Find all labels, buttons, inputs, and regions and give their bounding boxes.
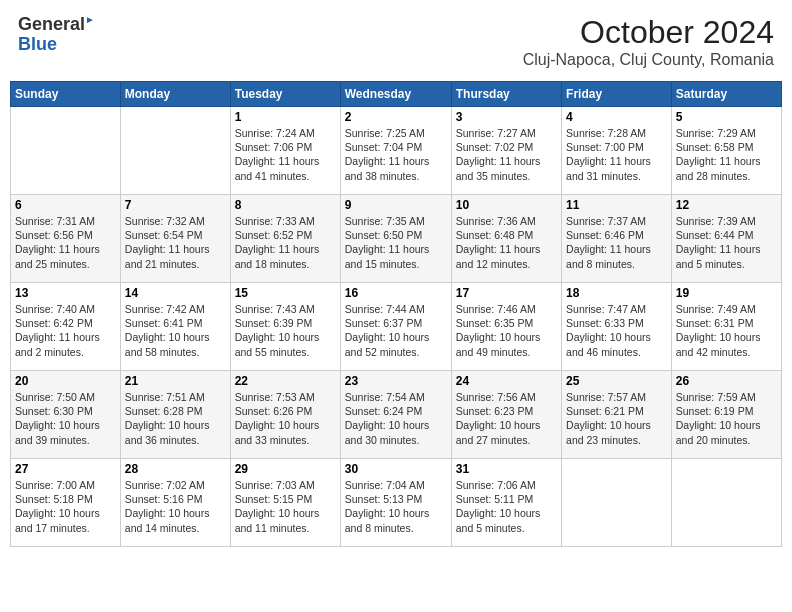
calendar-table: Sunday Monday Tuesday Wednesday Thursday… [10, 81, 782, 547]
calendar-cell: 1Sunrise: 7:24 AMSunset: 7:06 PMDaylight… [230, 107, 340, 195]
calendar-cell: 17Sunrise: 7:46 AMSunset: 6:35 PMDayligh… [451, 283, 561, 371]
calendar-cell: 9Sunrise: 7:35 AMSunset: 6:50 PMDaylight… [340, 195, 451, 283]
day-info: Sunrise: 7:47 AMSunset: 6:33 PMDaylight:… [566, 302, 667, 359]
header-tuesday: Tuesday [230, 82, 340, 107]
day-number: 3 [456, 110, 557, 124]
day-info: Sunrise: 7:59 AMSunset: 6:19 PMDaylight:… [676, 390, 777, 447]
day-number: 23 [345, 374, 447, 388]
calendar-cell: 27Sunrise: 7:00 AMSunset: 5:18 PMDayligh… [11, 459, 121, 547]
day-info: Sunrise: 7:00 AMSunset: 5:18 PMDaylight:… [15, 478, 116, 535]
calendar-cell: 2Sunrise: 7:25 AMSunset: 7:04 PMDaylight… [340, 107, 451, 195]
day-number: 27 [15, 462, 116, 476]
header-saturday: Saturday [671, 82, 781, 107]
day-number: 13 [15, 286, 116, 300]
calendar-cell [120, 107, 230, 195]
day-info: Sunrise: 7:25 AMSunset: 7:04 PMDaylight:… [345, 126, 447, 183]
day-number: 30 [345, 462, 447, 476]
day-info: Sunrise: 7:49 AMSunset: 6:31 PMDaylight:… [676, 302, 777, 359]
day-info: Sunrise: 7:36 AMSunset: 6:48 PMDaylight:… [456, 214, 557, 271]
calendar-cell: 5Sunrise: 7:29 AMSunset: 6:58 PMDaylight… [671, 107, 781, 195]
day-number: 24 [456, 374, 557, 388]
day-info: Sunrise: 7:33 AMSunset: 6:52 PMDaylight:… [235, 214, 336, 271]
calendar-week-5: 27Sunrise: 7:00 AMSunset: 5:18 PMDayligh… [11, 459, 782, 547]
day-number: 9 [345, 198, 447, 212]
day-number: 29 [235, 462, 336, 476]
calendar-cell: 20Sunrise: 7:50 AMSunset: 6:30 PMDayligh… [11, 371, 121, 459]
day-number: 16 [345, 286, 447, 300]
calendar-cell: 4Sunrise: 7:28 AMSunset: 7:00 PMDaylight… [562, 107, 672, 195]
day-info: Sunrise: 7:37 AMSunset: 6:46 PMDaylight:… [566, 214, 667, 271]
day-info: Sunrise: 7:39 AMSunset: 6:44 PMDaylight:… [676, 214, 777, 271]
day-number: 28 [125, 462, 226, 476]
calendar-cell: 8Sunrise: 7:33 AMSunset: 6:52 PMDaylight… [230, 195, 340, 283]
day-number: 6 [15, 198, 116, 212]
header-row: Sunday Monday Tuesday Wednesday Thursday… [11, 82, 782, 107]
day-info: Sunrise: 7:51 AMSunset: 6:28 PMDaylight:… [125, 390, 226, 447]
calendar-cell: 24Sunrise: 7:56 AMSunset: 6:23 PMDayligh… [451, 371, 561, 459]
day-info: Sunrise: 7:29 AMSunset: 6:58 PMDaylight:… [676, 126, 777, 183]
day-number: 8 [235, 198, 336, 212]
calendar-cell: 29Sunrise: 7:03 AMSunset: 5:15 PMDayligh… [230, 459, 340, 547]
day-number: 10 [456, 198, 557, 212]
day-info: Sunrise: 7:44 AMSunset: 6:37 PMDaylight:… [345, 302, 447, 359]
day-number: 5 [676, 110, 777, 124]
page-subtitle: Cluj-Napoca, Cluj County, Romania [523, 51, 774, 69]
day-info: Sunrise: 7:31 AMSunset: 6:56 PMDaylight:… [15, 214, 116, 271]
day-info: Sunrise: 7:06 AMSunset: 5:11 PMDaylight:… [456, 478, 557, 535]
day-number: 15 [235, 286, 336, 300]
day-info: Sunrise: 7:04 AMSunset: 5:13 PMDaylight:… [345, 478, 447, 535]
logo-general-text: General [18, 14, 85, 34]
calendar-week-4: 20Sunrise: 7:50 AMSunset: 6:30 PMDayligh… [11, 371, 782, 459]
day-number: 22 [235, 374, 336, 388]
day-number: 7 [125, 198, 226, 212]
title-area: October 2024 Cluj-Napoca, Cluj County, R… [523, 14, 774, 69]
calendar-cell [11, 107, 121, 195]
day-number: 18 [566, 286, 667, 300]
calendar-cell: 14Sunrise: 7:42 AMSunset: 6:41 PMDayligh… [120, 283, 230, 371]
day-info: Sunrise: 7:54 AMSunset: 6:24 PMDaylight:… [345, 390, 447, 447]
header-monday: Monday [120, 82, 230, 107]
calendar-cell: 21Sunrise: 7:51 AMSunset: 6:28 PMDayligh… [120, 371, 230, 459]
calendar-cell: 16Sunrise: 7:44 AMSunset: 6:37 PMDayligh… [340, 283, 451, 371]
day-number: 25 [566, 374, 667, 388]
page-header: General► Blue October 2024 Cluj-Napoca, … [10, 10, 782, 73]
calendar-cell: 10Sunrise: 7:36 AMSunset: 6:48 PMDayligh… [451, 195, 561, 283]
calendar-cell: 7Sunrise: 7:32 AMSunset: 6:54 PMDaylight… [120, 195, 230, 283]
calendar-week-2: 6Sunrise: 7:31 AMSunset: 6:56 PMDaylight… [11, 195, 782, 283]
day-number: 4 [566, 110, 667, 124]
day-info: Sunrise: 7:03 AMSunset: 5:15 PMDaylight:… [235, 478, 336, 535]
calendar-cell: 26Sunrise: 7:59 AMSunset: 6:19 PMDayligh… [671, 371, 781, 459]
day-info: Sunrise: 7:50 AMSunset: 6:30 PMDaylight:… [15, 390, 116, 447]
day-number: 19 [676, 286, 777, 300]
calendar-cell: 30Sunrise: 7:04 AMSunset: 5:13 PMDayligh… [340, 459, 451, 547]
day-info: Sunrise: 7:02 AMSunset: 5:16 PMDaylight:… [125, 478, 226, 535]
calendar-cell: 28Sunrise: 7:02 AMSunset: 5:16 PMDayligh… [120, 459, 230, 547]
day-number: 12 [676, 198, 777, 212]
calendar-week-3: 13Sunrise: 7:40 AMSunset: 6:42 PMDayligh… [11, 283, 782, 371]
header-friday: Friday [562, 82, 672, 107]
day-info: Sunrise: 7:32 AMSunset: 6:54 PMDaylight:… [125, 214, 226, 271]
day-info: Sunrise: 7:43 AMSunset: 6:39 PMDaylight:… [235, 302, 336, 359]
header-wednesday: Wednesday [340, 82, 451, 107]
day-number: 21 [125, 374, 226, 388]
day-info: Sunrise: 7:57 AMSunset: 6:21 PMDaylight:… [566, 390, 667, 447]
day-number: 2 [345, 110, 447, 124]
page-title: October 2024 [523, 14, 774, 51]
day-number: 20 [15, 374, 116, 388]
calendar-cell: 18Sunrise: 7:47 AMSunset: 6:33 PMDayligh… [562, 283, 672, 371]
calendar-cell [562, 459, 672, 547]
day-info: Sunrise: 7:56 AMSunset: 6:23 PMDaylight:… [456, 390, 557, 447]
calendar-cell: 25Sunrise: 7:57 AMSunset: 6:21 PMDayligh… [562, 371, 672, 459]
day-number: 14 [125, 286, 226, 300]
calendar-week-1: 1Sunrise: 7:24 AMSunset: 7:06 PMDaylight… [11, 107, 782, 195]
day-info: Sunrise: 7:28 AMSunset: 7:00 PMDaylight:… [566, 126, 667, 183]
day-info: Sunrise: 7:35 AMSunset: 6:50 PMDaylight:… [345, 214, 447, 271]
day-number: 17 [456, 286, 557, 300]
day-number: 26 [676, 374, 777, 388]
calendar-cell: 6Sunrise: 7:31 AMSunset: 6:56 PMDaylight… [11, 195, 121, 283]
calendar-cell: 12Sunrise: 7:39 AMSunset: 6:44 PMDayligh… [671, 195, 781, 283]
calendar-cell: 11Sunrise: 7:37 AMSunset: 6:46 PMDayligh… [562, 195, 672, 283]
calendar-cell: 15Sunrise: 7:43 AMSunset: 6:39 PMDayligh… [230, 283, 340, 371]
day-number: 11 [566, 198, 667, 212]
day-info: Sunrise: 7:42 AMSunset: 6:41 PMDaylight:… [125, 302, 226, 359]
